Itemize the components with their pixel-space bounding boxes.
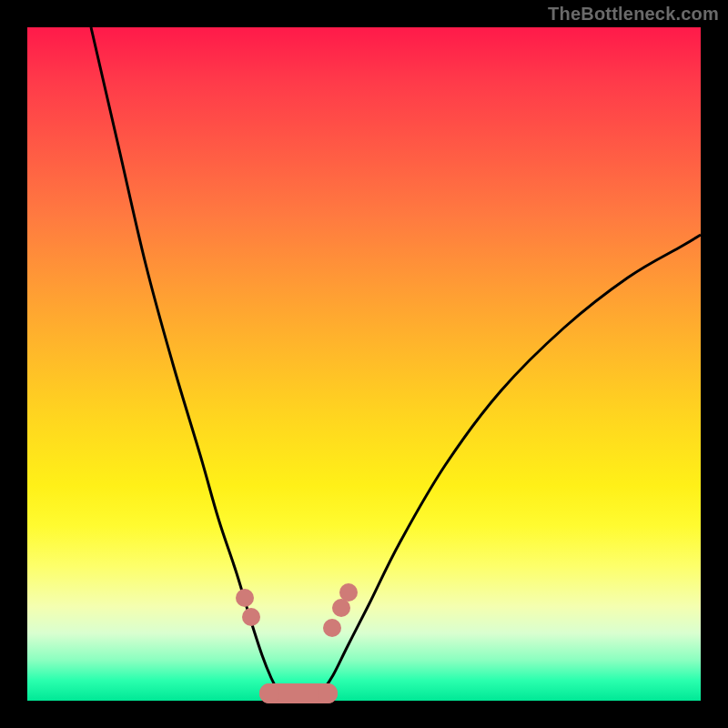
markers-right-group	[323, 583, 358, 637]
bottom-marker-cap-right	[318, 683, 338, 703]
marker-right-0	[323, 619, 341, 637]
marker-left-1	[242, 608, 260, 626]
marker-left-0	[236, 589, 254, 607]
watermark-text: TheBottleneck.com	[548, 4, 719, 25]
curve-right-branch	[322, 235, 701, 692]
marker-right-1	[332, 599, 350, 617]
marker-right-2	[339, 583, 358, 602]
bottleneck-curve-svg	[27, 27, 701, 701]
bottom-marker-cap-left	[259, 683, 279, 703]
